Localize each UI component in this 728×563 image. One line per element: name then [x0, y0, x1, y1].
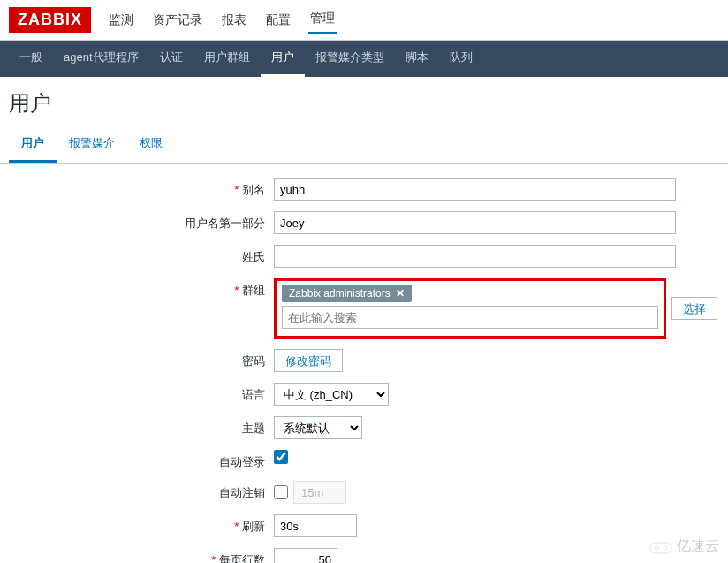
topnav-admin[interactable]: 管理	[308, 5, 337, 34]
user-form: 别名 用户名第一部分 姓氏 群组 Zabbix administrators ✕…	[0, 164, 728, 563]
subnav-mediatypes[interactable]: 报警媒介类型	[305, 41, 395, 77]
alias-label: 别名	[9, 178, 274, 198]
subnav-auth[interactable]: 认证	[149, 41, 193, 77]
svg-point-1	[664, 546, 667, 550]
firstname-label: 用户名第一部分	[9, 211, 274, 232]
lastname-label: 姓氏	[9, 245, 274, 265]
watermark-icon	[648, 539, 673, 555]
tab-user[interactable]: 用户	[9, 126, 57, 163]
autologout-checkbox[interactable]	[274, 485, 288, 499]
autologout-label: 自动注销	[9, 481, 274, 501]
change-password-button[interactable]: 修改密码	[274, 349, 343, 372]
firstname-input[interactable]	[274, 211, 676, 234]
watermark-text: 亿速云	[677, 537, 719, 556]
subnav-queue[interactable]: 队列	[439, 41, 483, 77]
autologout-value: 15m	[293, 481, 346, 504]
topnav-config[interactable]: 配置	[264, 7, 292, 34]
watermark: 亿速云	[648, 537, 719, 556]
theme-select[interactable]: 系统默认	[274, 416, 362, 439]
refresh-input[interactable]	[274, 514, 357, 537]
refresh-label: 刷新	[9, 514, 274, 535]
autologin-checkbox[interactable]	[274, 450, 288, 464]
subnav-users[interactable]: 用户	[261, 41, 305, 77]
svg-point-0	[655, 546, 658, 550]
password-label: 密码	[9, 349, 274, 369]
group-tag[interactable]: Zabbix administrators ✕	[282, 285, 412, 302]
rows-input[interactable]	[274, 548, 337, 563]
tab-permissions[interactable]: 权限	[127, 126, 175, 163]
topnav-reports[interactable]: 报表	[220, 7, 248, 34]
language-select[interactable]: 中文 (zh_CN)	[274, 383, 389, 406]
sub-navigation: 一般 agent代理程序 认证 用户群组 用户 报警媒介类型 脚本 队列	[0, 41, 728, 77]
remove-tag-icon[interactable]: ✕	[396, 287, 405, 300]
subnav-usergroups[interactable]: 用户群组	[193, 41, 261, 77]
theme-label: 主题	[9, 416, 274, 437]
topnav-monitor[interactable]: 监测	[107, 7, 135, 34]
groups-search-input[interactable]	[282, 306, 658, 329]
tab-media[interactable]: 报警媒介	[57, 126, 127, 163]
subnav-general[interactable]: 一般	[9, 41, 53, 77]
lastname-input[interactable]	[274, 245, 676, 268]
rows-label: 每页行数	[9, 548, 274, 563]
group-tag-label: Zabbix administrators	[289, 287, 391, 300]
logo: ZABBIX	[9, 7, 91, 33]
groups-label: 群组	[9, 278, 274, 299]
select-groups-button[interactable]: 选择	[671, 297, 717, 320]
language-label: 语言	[9, 383, 274, 403]
groups-multiselect[interactable]: Zabbix administrators ✕	[274, 278, 666, 339]
topnav-inventory[interactable]: 资产记录	[151, 7, 204, 34]
alias-input[interactable]	[274, 178, 676, 201]
page-title: 用户	[0, 77, 728, 126]
subnav-scripts[interactable]: 脚本	[395, 41, 439, 77]
autologin-label: 自动登录	[9, 450, 274, 470]
form-tabs: 用户 报警媒介 权限	[0, 126, 728, 164]
subnav-proxies[interactable]: agent代理程序	[53, 41, 149, 77]
top-navigation: ZABBIX 监测 资产记录 报表 配置 管理	[0, 0, 728, 41]
